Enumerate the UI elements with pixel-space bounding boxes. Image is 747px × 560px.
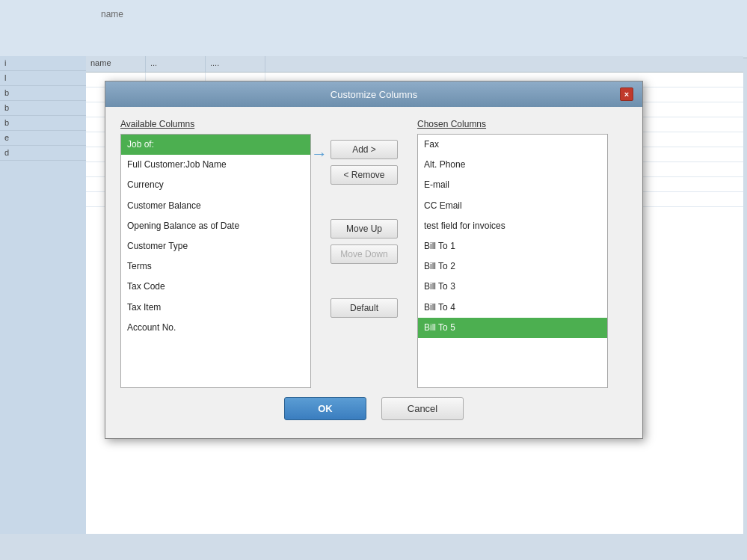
dialog-title: Customize Columns xyxy=(128,89,620,100)
available-columns-listbox[interactable]: Job of:Full Customer:Job NameCurrencyCus… xyxy=(120,134,311,388)
columns-area: Available Columns Job of:Full Customer:J… xyxy=(120,119,627,388)
remove-button[interactable]: < Remove xyxy=(331,165,398,185)
dialog-footer: OK Cancel xyxy=(120,388,627,423)
chosen-list-item[interactable]: Bill To 4 xyxy=(418,298,607,318)
available-list-item[interactable]: Customer Balance xyxy=(121,196,310,216)
action-buttons-panel: Add > < Remove Move Up Move Down Default xyxy=(323,119,405,318)
chosen-list-item[interactable]: E-mail xyxy=(418,175,607,195)
chosen-list-item[interactable]: Bill To 2 xyxy=(418,256,607,277)
available-list-item[interactable]: Full Customer:Job Name xyxy=(121,155,310,175)
cancel-button[interactable]: Cancel xyxy=(381,397,464,420)
chosen-columns-panel: Chosen Columns FaxAlt. PhoneE-mailCC Ema… xyxy=(417,119,608,388)
available-list-item[interactable]: Tax Code xyxy=(121,277,310,297)
move-up-button[interactable]: Move Up xyxy=(331,219,398,239)
move-down-button[interactable]: Move Down xyxy=(331,244,398,264)
chosen-list-item[interactable]: Bill To 1 xyxy=(418,236,607,256)
available-columns-label: Available Columns xyxy=(120,119,311,129)
available-columns-panel: Available Columns Job of:Full Customer:J… xyxy=(120,119,311,388)
chosen-list-item[interactable]: CC Email xyxy=(418,196,607,216)
modal-overlay: Customize Columns × Available Columns Jo… xyxy=(0,0,747,560)
chosen-list-item[interactable]: test field for invoices xyxy=(418,216,607,236)
chosen-list-item[interactable]: Bill To 3 xyxy=(418,277,607,297)
available-list-item[interactable]: Account No. xyxy=(121,318,310,338)
chosen-list-item[interactable]: Alt. Phone xyxy=(418,155,607,175)
available-list-item[interactable]: Job of: xyxy=(121,135,310,155)
chosen-columns-label: Chosen Columns xyxy=(417,119,608,129)
available-list-item[interactable]: Terms xyxy=(121,256,310,277)
available-list-item[interactable]: Customer Type xyxy=(121,236,310,256)
ok-button[interactable]: OK xyxy=(284,397,366,420)
available-listbox-wrapper: Job of:Full Customer:Job NameCurrencyCus… xyxy=(120,134,311,388)
default-button[interactable]: Default xyxy=(331,298,398,318)
available-list-item[interactable]: Currency xyxy=(121,175,310,195)
chosen-columns-listbox[interactable]: FaxAlt. PhoneE-mailCC Emailtest field fo… xyxy=(417,134,608,388)
close-button[interactable]: × xyxy=(620,87,633,101)
available-list-item[interactable]: Tax Item xyxy=(121,298,310,318)
chosen-list-item[interactable]: Bill To 5 xyxy=(418,318,607,338)
dialog-body: Available Columns Job of:Full Customer:J… xyxy=(105,107,642,438)
chosen-list-item[interactable]: Fax xyxy=(418,135,607,155)
dialog-titlebar: Customize Columns × xyxy=(105,81,642,107)
available-list-item[interactable]: Opening Balance as of Date xyxy=(121,216,310,236)
add-button[interactable]: Add > xyxy=(331,140,398,159)
customize-columns-dialog: Customize Columns × Available Columns Jo… xyxy=(105,81,643,439)
